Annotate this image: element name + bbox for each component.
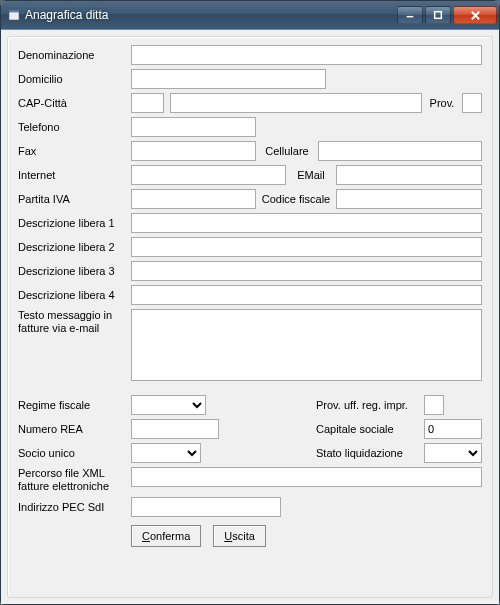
confirm-button[interactable]: Conferma (131, 525, 201, 547)
prov-field[interactable] (462, 93, 482, 113)
percorso-xml-field[interactable] (131, 467, 482, 487)
descr4-field[interactable] (131, 285, 482, 305)
label-denominazione: Denominazione (18, 49, 131, 61)
cellulare-field[interactable] (318, 141, 482, 161)
descr1-field[interactable] (131, 213, 482, 233)
titlebar[interactable]: Anagrafica ditta (1, 1, 499, 29)
label-codice-fiscale: Codice fiscale (256, 193, 336, 205)
label-cellulare: Cellulare (256, 145, 318, 157)
minimize-button[interactable] (397, 6, 423, 24)
label-stato-liquidazione: Stato liquidazione (316, 447, 424, 459)
svg-rect-3 (435, 12, 442, 19)
client-area: Denominazione Domicilio CAP-Città Prov. … (1, 29, 499, 604)
domicilio-field[interactable] (131, 69, 326, 89)
prov-uff-field[interactable] (424, 395, 444, 415)
numero-rea-field[interactable] (131, 419, 219, 439)
close-button[interactable] (453, 6, 497, 24)
svg-rect-1 (9, 10, 20, 13)
label-email: EMail (286, 169, 336, 181)
form-panel: Denominazione Domicilio CAP-Città Prov. … (7, 36, 493, 598)
socio-unico-combo[interactable] (131, 443, 201, 463)
denominazione-field[interactable] (131, 45, 482, 65)
regime-fiscale-combo[interactable] (131, 395, 206, 415)
label-descr3: Descrizione libera 3 (18, 265, 131, 277)
label-percorso-xml: Percorso file XML fatture elettroniche (18, 467, 131, 493)
codice-fiscale-field[interactable] (336, 189, 482, 209)
citta-field[interactable] (170, 93, 422, 113)
app-icon (7, 8, 21, 22)
label-domicilio: Domicilio (18, 73, 131, 85)
cap-field[interactable] (131, 93, 164, 113)
descr2-field[interactable] (131, 237, 482, 257)
email-field[interactable] (336, 165, 482, 185)
exit-button[interactable]: Uscita (213, 525, 266, 547)
label-descr2: Descrizione libera 2 (18, 241, 131, 253)
label-capitale-sociale: Capitale sociale (316, 423, 424, 435)
stato-liquidazione-combo[interactable] (424, 443, 482, 463)
label-indirizzo-pec: Indirizzo PEC SdI (18, 501, 131, 513)
capitale-sociale-field[interactable] (424, 419, 482, 439)
telefono-field[interactable] (131, 117, 256, 137)
window-controls (397, 6, 497, 24)
label-prov-uff: Prov. uff. reg. impr. (316, 399, 424, 411)
descr3-field[interactable] (131, 261, 482, 281)
label-fax: Fax (18, 145, 131, 157)
testo-msg-field[interactable] (131, 309, 482, 381)
app-window: Anagrafica ditta Denominazione Domicilio… (0, 0, 500, 605)
maximize-button[interactable] (425, 6, 451, 24)
label-regime-fiscale: Regime fiscale (18, 399, 131, 411)
label-cap-citta: CAP-Città (18, 97, 131, 109)
window-title: Anagrafica ditta (25, 8, 397, 22)
label-internet: Internet (18, 169, 131, 181)
label-partita-iva: Partita IVA (18, 193, 131, 205)
fax-field[interactable] (131, 141, 256, 161)
partita-iva-field[interactable] (131, 189, 256, 209)
label-testo-msg: Testo messaggio in fatture via e-mail (18, 309, 131, 335)
internet-field[interactable] (131, 165, 286, 185)
label-descr1: Descrizione libera 1 (18, 217, 131, 229)
label-descr4: Descrizione libera 4 (18, 289, 131, 301)
label-telefono: Telefono (18, 121, 131, 133)
label-prov: Prov. (422, 97, 462, 109)
label-numero-rea: Numero REA (18, 423, 131, 435)
indirizzo-pec-field[interactable] (131, 497, 281, 517)
label-socio-unico: Socio unico (18, 447, 131, 459)
